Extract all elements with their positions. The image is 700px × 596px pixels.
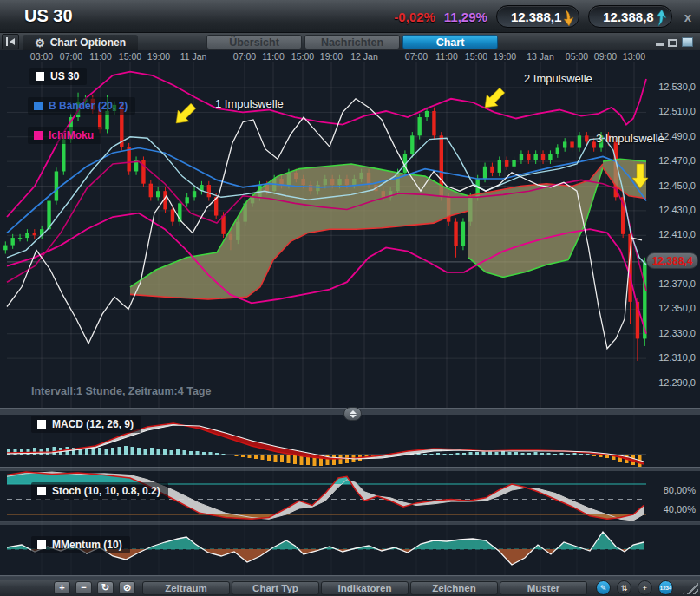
menu-zeichnen[interactable]: Zeichnen <box>410 581 498 595</box>
time-tick-label: 15:00 <box>291 51 314 62</box>
legend-item-bollinger[interactable]: B Bänder (20, 2) <box>28 97 135 115</box>
minimize-icon[interactable] <box>656 43 664 46</box>
tabbar: ⚙ Chart Optionen Übersicht Nachrichten C… <box>0 33 700 50</box>
legend-label: US 30 <box>50 70 79 82</box>
buy-arrow-up-icon <box>655 9 670 27</box>
tab-nachrichten[interactable]: Nachrichten <box>304 35 400 49</box>
range-percent: 11,29% <box>444 10 487 24</box>
price-tick-label: 12.510,0 <box>646 106 696 116</box>
sell-price-button[interactable]: 12.388,1 <box>496 5 579 28</box>
impulse-annotation-1: 1 Impulswelle <box>215 97 284 110</box>
stoch-indicator-label[interactable]: Stoch (10, 10, 0.8, 0.2) <box>31 482 168 500</box>
sell-price: 12.388,1 <box>511 10 561 24</box>
stoch-level-label: 40,00% <box>646 504 696 514</box>
buy-price: 12.388,8 <box>603 10 653 24</box>
chevron-down-icon <box>350 415 357 418</box>
series-color-swatch <box>36 72 44 81</box>
indicator-name: Stoch (10, 10, 0.8, 0.2) <box>52 485 160 497</box>
price-tick-label: 12.430,0 <box>646 205 696 215</box>
legend-label: B Bänder (20, 2) <box>49 100 128 112</box>
price-tick-label: 12.410,0 <box>646 229 696 239</box>
menu-indikatoren[interactable]: Indikatoren <box>321 581 409 595</box>
stoch-level-label: 80,00% <box>646 485 696 495</box>
numbers-icon[interactable]: 1234 <box>658 580 673 595</box>
time-tick-label: 09:00 <box>594 51 617 62</box>
instrument-title: US 30 <box>24 6 73 26</box>
menu-muster[interactable]: Muster <box>500 581 587 595</box>
price-tick-label: 12.450,0 <box>646 180 696 191</box>
menu-zeitraum[interactable]: Zeitraum <box>142 581 230 595</box>
time-tick-label: 15:00 <box>465 51 487 62</box>
chart-options-button[interactable]: ⚙ Chart Optionen <box>23 35 138 50</box>
time-tick-label: 11 Jan <box>180 51 207 62</box>
time-tick-label: 11:00 <box>89 51 112 62</box>
updown-arrows-icon[interactable]: ⇅ <box>617 580 631 595</box>
refresh-icon[interactable]: ↻ <box>97 581 114 594</box>
indicator-name: MACD (12, 26, 9) <box>52 418 134 430</box>
interval-status-text: Intervall:1 Stunde, Zeitraum:4 Tage <box>31 385 211 397</box>
disable-icon[interactable]: ⊘ <box>119 581 135 594</box>
time-tick-label: 12 Jan <box>350 51 378 62</box>
time-tick-label: 13 Jan <box>527 51 554 62</box>
dock-left-icon <box>5 37 16 46</box>
zoom-in-button[interactable]: + <box>54 581 70 594</box>
chart-options-label: Chart Optionen <box>50 36 126 49</box>
window-controls <box>656 36 693 47</box>
close-icon[interactable]: x <box>681 10 695 24</box>
impulse-annotation-3: 3 Impulswelle <box>596 132 664 145</box>
time-tick-label: 07:00 <box>60 51 82 62</box>
time-tick-label: 03:00 <box>30 51 53 62</box>
change-percent: -0,02% <box>394 10 435 24</box>
time-tick-label: 11:00 <box>262 51 285 62</box>
price-chart-canvas[interactable] <box>0 50 700 580</box>
time-tick-label: 11:00 <box>435 51 458 62</box>
current-price-badge: 12.388,4 <box>646 252 698 269</box>
trading-app-window: US 30 -0,02% 11,29% 12.388,1 12.388,8 x <box>0 0 700 596</box>
time-tick-label: 15:00 <box>119 51 141 62</box>
maximize-icon[interactable] <box>682 37 693 47</box>
price-tick-label: 12.290,0 <box>646 377 696 388</box>
crosshair-icon[interactable]: + <box>638 580 652 595</box>
toolbar-icons: ✎ ⇅ + 1234 <box>596 580 673 595</box>
price-tick-label: 12.350,0 <box>646 303 696 313</box>
macd-indicator-label[interactable]: MACD (12, 26, 9) <box>31 416 141 433</box>
titlebar-right: -0,02% 11,29% 12.388,1 12.388,8 x <box>394 0 695 33</box>
collapse-panel-icon[interactable] <box>2 34 19 49</box>
time-tick-label: 19:00 <box>320 51 343 62</box>
price-tick-label: 12.470,0 <box>646 155 696 166</box>
collapse-subcharts-button[interactable] <box>343 407 362 421</box>
time-tick-label: 07:00 <box>233 51 256 62</box>
pencil-icon[interactable]: ✎ <box>596 580 611 595</box>
zoom-out-button[interactable]: − <box>75 581 92 594</box>
series-color-swatch <box>37 540 46 549</box>
impulse-annotation-2: 2 Impulswelle <box>524 72 592 85</box>
chevron-up-icon <box>350 410 357 414</box>
price-tick-label: 12.370,0 <box>646 278 696 289</box>
numbers-label: 1234 <box>660 586 671 591</box>
bottom-toolbar: + − ↻ ⊘ Zeitraum Chart Typ Indikatoren Z… <box>0 580 700 596</box>
chart-area: US 30 B Bänder (20, 2) IchiMoku Interval… <box>0 50 700 580</box>
series-color-swatch <box>34 102 43 110</box>
tabs: Übersicht Nachrichten Chart <box>206 35 498 49</box>
series-color-swatch <box>37 487 46 495</box>
legend-item-us30[interactable]: US 30 <box>29 68 87 85</box>
buy-price-button[interactable]: 12.388,8 <box>588 5 671 28</box>
price-tick-label: 12.310,0 <box>646 352 696 363</box>
tab-uebersicht[interactable]: Übersicht <box>206 35 302 49</box>
indicator-name: MMentum (10) <box>52 539 122 551</box>
price-tick-label: 12.330,0 <box>646 328 696 338</box>
tab-chart[interactable]: Chart <box>402 35 498 49</box>
time-tick-label: 19:00 <box>147 51 170 62</box>
legend-item-ichimoku[interactable]: IchiMoku <box>28 127 101 144</box>
restore-icon[interactable] <box>668 39 677 47</box>
momentum-indicator-label[interactable]: MMentum (10) <box>31 536 130 553</box>
menu-chart-typ[interactable]: Chart Typ <box>232 581 319 595</box>
time-tick-label: 13:00 <box>623 51 645 62</box>
resize-handle[interactable] <box>683 582 698 594</box>
time-tick-label: 07:00 <box>405 51 428 62</box>
sell-arrow-down-icon <box>562 9 577 27</box>
zoom-controls: + − ↻ ⊘ <box>54 581 135 594</box>
titlebar: US 30 -0,02% 11,29% 12.388,1 12.388,8 x <box>0 0 700 33</box>
price-tick-label: 12.530,0 <box>646 82 696 92</box>
time-tick-label: 05:00 <box>566 51 588 62</box>
